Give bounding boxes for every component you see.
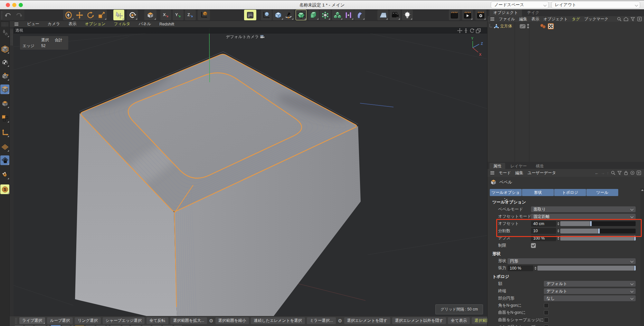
symmetry-button[interactable] xyxy=(343,10,354,20)
texture-mode-button[interactable] xyxy=(0,57,9,67)
light-button[interactable] xyxy=(402,10,413,20)
generator-atom-button[interactable] xyxy=(320,10,331,20)
floor-grid-button[interactable] xyxy=(377,10,388,20)
selection-tag-icon[interactable] xyxy=(548,23,554,29)
value-slider[interactable] xyxy=(537,266,636,271)
section-tab[interactable]: ツールオプション xyxy=(490,189,522,196)
menu-burger-icon[interactable] xyxy=(490,171,495,175)
cloner-button[interactable] xyxy=(332,10,343,20)
attr-menu-item[interactable]: 編集 xyxy=(515,170,523,176)
polygon-object-icon[interactable] xyxy=(494,24,499,29)
spinner-arrows[interactable] xyxy=(556,228,560,234)
add-icon[interactable] xyxy=(637,171,641,175)
point-mode-button[interactable] xyxy=(0,71,9,81)
om-menu-item[interactable]: ファイル xyxy=(499,16,515,22)
polygon-mode-button[interactable] xyxy=(0,99,9,108)
number-input[interactable]: 100 % xyxy=(507,265,533,271)
viewport-menu-3[interactable]: 表示 xyxy=(68,21,76,27)
viewport-grip[interactable] xyxy=(10,27,14,316)
rotate-tool-button[interactable] xyxy=(85,10,96,20)
sidebar-grip[interactable] xyxy=(1,22,8,27)
command-button[interactable]: 選択範囲を拡大... xyxy=(170,317,207,324)
command-button[interactable]: 全て表示 xyxy=(448,317,469,324)
scale-tool-button[interactable] xyxy=(96,10,107,20)
checkbox-unchecked[interactable] xyxy=(544,303,549,308)
editor-render-dots-icon[interactable] xyxy=(527,24,529,29)
gear-icon[interactable]: ⚙ xyxy=(338,318,342,324)
attributes-scrollbar[interactable] xyxy=(640,188,644,326)
search-icon[interactable] xyxy=(617,17,621,21)
menu-burger-icon[interactable] xyxy=(14,22,19,26)
object-manager-list[interactable]: 立方体 xyxy=(488,22,644,162)
render-region-button[interactable] xyxy=(244,10,256,20)
dropdown-0[interactable]: 面取り xyxy=(531,206,636,212)
edit-cage-button[interactable] xyxy=(296,10,307,20)
back-arrow-icon[interactable]: ← xyxy=(595,171,599,175)
attr-menu-item[interactable]: ユーザーデータ xyxy=(527,170,556,176)
command-button[interactable]: 全て反転 xyxy=(147,317,168,324)
gear-icon[interactable]: ⚙ xyxy=(209,318,213,324)
x-axis-lock-button[interactable]: X xyxy=(160,10,171,20)
toggle-view-icon[interactable] xyxy=(476,28,481,33)
rotate-view-icon[interactable] xyxy=(469,28,475,33)
om-menu-item[interactable]: オブジェクト xyxy=(544,16,568,22)
command-button[interactable]: 選択範囲を縮小 xyxy=(215,317,249,324)
command-button[interactable]: 選択範囲を記録 xyxy=(472,317,487,324)
phong-tag-icon[interactable] xyxy=(540,23,547,29)
rotate-band-tool-button[interactable] xyxy=(127,10,138,20)
value-slider[interactable] xyxy=(560,221,636,226)
edge-mode-button[interactable] xyxy=(0,84,9,94)
render-settings-button[interactable] xyxy=(475,10,486,20)
deformer-bend-button[interactable] xyxy=(354,10,365,20)
value-slider[interactable] xyxy=(560,236,636,241)
nodespace-select[interactable]: ノードスペース xyxy=(491,1,549,8)
tab-structure[interactable]: 構造 xyxy=(532,163,548,169)
viewport-menu-7[interactable]: Redshift xyxy=(159,22,174,26)
om-menu-item[interactable]: ブックマーク xyxy=(584,16,608,22)
spinner-arrows[interactable] xyxy=(556,221,560,227)
spline-pen-button[interactable] xyxy=(283,10,294,20)
viewport-menu-1[interactable]: ビュー xyxy=(27,21,39,27)
workplane-mode-button[interactable] xyxy=(0,142,9,152)
uv-mode-button[interactable] xyxy=(0,113,9,123)
command-button[interactable]: 選択エレメントを隠す xyxy=(344,317,390,324)
viewport-menu-6[interactable]: パネル xyxy=(139,21,151,27)
add-icon[interactable] xyxy=(637,17,642,21)
bottombar-grip[interactable] xyxy=(15,318,17,324)
om-menu-item[interactable]: 編集 xyxy=(519,16,527,22)
command-button[interactable]: 連続したエレメントを選択 xyxy=(251,317,305,324)
checkbox-unchecked[interactable] xyxy=(544,310,549,315)
tab-objects[interactable]: オブジェクト xyxy=(489,9,522,16)
up-arrow-icon[interactable]: ↑ xyxy=(607,171,609,175)
model-mode-button[interactable] xyxy=(0,44,9,54)
camera-button[interactable] xyxy=(390,10,401,20)
command-button[interactable]: ミラー選択... xyxy=(307,317,336,324)
number-input[interactable]: 40 cm xyxy=(531,221,556,227)
tab-takes[interactable]: テイク xyxy=(523,9,543,16)
object-name[interactable]: 立方体 xyxy=(500,24,514,29)
viewport-menu-4[interactable]: オプション xyxy=(85,21,105,27)
make-editable-button[interactable] xyxy=(0,28,9,37)
number-input[interactable]: 10 xyxy=(531,228,556,234)
workplane-axis-button[interactable] xyxy=(198,10,210,20)
move-cursor-tool-button[interactable] xyxy=(113,10,124,20)
track-icon[interactable] xyxy=(630,171,635,175)
checkbox-unchecked[interactable] xyxy=(544,325,549,326)
layout-select[interactable]: レイアウト xyxy=(551,1,640,8)
extrude-generator-button[interactable] xyxy=(308,10,319,20)
z-axis-lock-button[interactable]: Z xyxy=(185,10,196,20)
value-slider[interactable] xyxy=(560,229,636,233)
section-tab[interactable]: ツール xyxy=(586,189,618,196)
y-axis-lock-button[interactable]: Y xyxy=(173,10,184,20)
command-button[interactable]: 選択エレメント以外を隠す xyxy=(392,317,446,324)
move-tool-button[interactable] xyxy=(74,10,85,20)
render-picture-viewer-button[interactable] xyxy=(462,10,473,20)
quantize-snap-button[interactable]: S xyxy=(0,184,9,194)
render-view-button[interactable] xyxy=(449,10,460,20)
pan-view-icon[interactable] xyxy=(457,28,462,33)
object-row[interactable]: 立方体 xyxy=(489,23,554,29)
tab-attributes[interactable]: 属性 xyxy=(489,163,505,169)
path-icon[interactable] xyxy=(624,17,628,21)
filter-icon[interactable] xyxy=(617,171,622,175)
om-menu-item[interactable]: 表示 xyxy=(531,16,539,22)
